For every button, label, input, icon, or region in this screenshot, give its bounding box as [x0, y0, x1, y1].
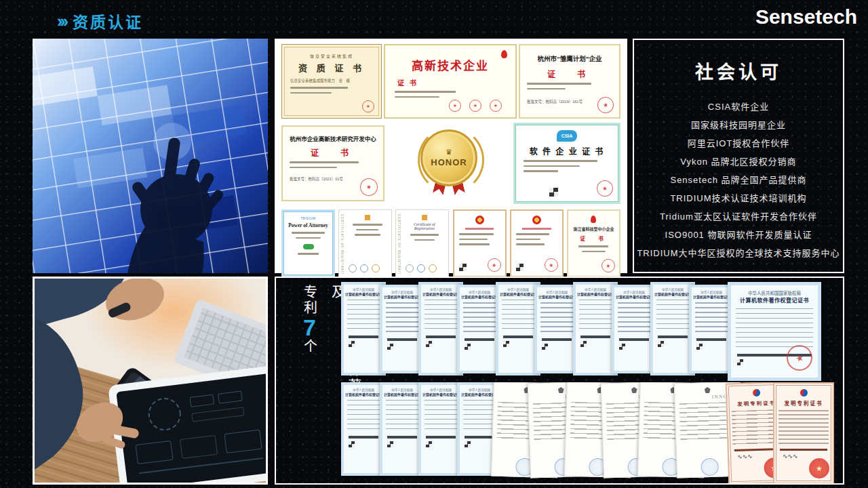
blurred-text-bar: [459, 233, 494, 235]
cert-title: 计算机软件著作权登记证书: [422, 392, 459, 396]
red-seal-icon: ★: [488, 258, 501, 272]
copyright-certificates-strip: 中华人民共和国计算机软件著作权登记证书中华人民共和国计算机软件著作权登记证书中华…: [341, 282, 840, 382]
desk-illustration: [35, 279, 266, 483]
blurred-text-bar: [356, 229, 378, 231]
red-seal-icon: ★: [362, 100, 374, 113]
cert-body-lines: [386, 302, 418, 335]
cert-barcode: [658, 336, 688, 338]
cert-body-lines: [736, 308, 813, 350]
blurred-text-bar: [298, 253, 319, 255]
cert-rule: [780, 449, 827, 451]
blurred-text-bar: [527, 83, 591, 85]
rnd-center-certificate: 杭州市企业高新技术研究开发中心 证 书 批准文号：杭科高〔2021〕01号 ★: [281, 125, 384, 201]
cert-body-lines: [579, 300, 612, 332]
cert-body-lines: [347, 400, 380, 432]
blurred-text-bar: [296, 237, 321, 239]
page-header: ››› 资质认证: [57, 9, 143, 33]
cert-title: 计算机软件著作权登记证书: [654, 291, 691, 296]
tridium-label: TRIDIUM: [288, 217, 329, 220]
cnipa-logo-icon: [800, 389, 808, 396]
cert-title: 高新技术企业: [395, 56, 506, 73]
cert-title: 计算机软件著作权登记证书: [616, 294, 652, 299]
cert-body-lines: [695, 302, 728, 335]
social-item: 国家级科技园明星企业: [634, 116, 843, 134]
qr-code-icon: [349, 441, 355, 447]
qr-code-icon: [465, 441, 471, 447]
social-list: CSIA软件企业国家级科技园明星企业阿里云IOT授权合作伙伴Vykon 品牌北区…: [634, 98, 843, 262]
cert-barcode: [387, 436, 417, 439]
national-emblem-icon: [475, 216, 484, 224]
registrar-logo-icon: [365, 215, 370, 220]
cert-barcode: [426, 436, 456, 439]
blurred-text-bar: [290, 87, 348, 89]
chevrons-icon: ›››: [57, 13, 66, 30]
invention-patent-certificate: 发明专利证书∿∿∿★: [773, 382, 834, 483]
cert-title: 杭州市“雏鹰计划”企业: [527, 54, 612, 63]
blurred-text-bar: [527, 88, 566, 90]
caption-text: 个: [302, 339, 317, 354]
social-item: 阿里云IOT授权合作伙伴: [634, 134, 843, 152]
coat-of-arms-icon: [631, 387, 637, 393]
blurred-text-bar: [355, 234, 380, 236]
cert-title: 计算机软件著作权登记证书: [384, 294, 420, 299]
blurred-text-bar: [459, 243, 490, 245]
blurred-text-bar: [410, 234, 438, 236]
social-item: TRIDIUM大中华区授权的全球技术支持服务中心: [634, 244, 843, 262]
cert-title: 计算机软件著作权登记证书: [345, 392, 382, 396]
patent-certificates-strip: 中华人民共和国计算机软件著作权登记证书中华人民共和国计算机软件著作权登记证书中华…: [341, 382, 840, 483]
cert-barcode: [542, 338, 572, 341]
cert-title: 计算机软件著作权登记证书: [538, 294, 575, 299]
medal-label: HONOR: [431, 157, 467, 167]
blurred-text-bar: [524, 165, 580, 167]
cert-title: Power of Attorney: [288, 222, 329, 228]
certificates-panel: 信息安全系统集成 资 质 证 书 信息安全系统集成服务能力 壹 级 ★ 高新技术…: [275, 39, 627, 273]
power-of-attorney-certificate: TRIDIUM Power of Attorney: [281, 209, 335, 277]
social-item: ISO9001 物联网软件开发质量认证: [634, 226, 843, 244]
cert-body-lines: [463, 302, 496, 335]
blurred-text-bar: [292, 232, 325, 234]
red-seals: ★★★: [449, 100, 502, 112]
blurred-text-bar: [353, 224, 382, 226]
zhejiang-sme-certificate: 浙江省科技型中小企业 证 书 ★: [567, 209, 620, 277]
social-recognition-panel: 社会认可 CSIA软件企业国家级科技园明星企业阿里云IOT授权合作伙伴Vykon…: [633, 39, 844, 273]
cert-barcode: [465, 436, 494, 439]
cert-barcode: [349, 336, 378, 338]
red-seal-icon: ★: [449, 100, 461, 112]
blurred-text-bar: [395, 96, 439, 98]
cert-subtitle: 证 书: [527, 68, 612, 79]
blurred-text-bar: [516, 243, 545, 245]
blurred-text-bar: [459, 239, 488, 241]
software-enterprise-certificate: CSIA 软 件 企 业 证 书 ★: [513, 123, 620, 204]
cert-body-lines: [463, 400, 496, 432]
qr-code-icon: [737, 359, 743, 365]
caption-text: 专利: [302, 285, 317, 316]
qr-code-icon: [349, 341, 355, 347]
cert-title: 发明专利证书: [778, 399, 829, 407]
cert-body-lines: [778, 410, 829, 444]
brand-logo: Sensetech: [755, 5, 857, 28]
green-stamp-icon: [303, 244, 314, 249]
social-item: Tridium亚太区认证软件开发合作伙伴: [634, 207, 843, 226]
registration-certificate-cn: CERTIFICATE OF REGISTRATION: [338, 209, 392, 277]
cert-body-lines: [347, 300, 380, 332]
qr-code-icon: [516, 264, 524, 271]
qr-code-icon: [426, 441, 432, 447]
social-item: TRIDIUM技术认证技术培训机构: [634, 189, 843, 207]
seal-icon: [372, 264, 380, 272]
patents-caption-side: 专利7个: [296, 285, 321, 481]
cert-side-text: CERTIFICATE OF REGISTRATION: [397, 214, 401, 274]
cert-subtitle: 证 书: [572, 235, 615, 242]
property-certificate: ★: [510, 209, 564, 277]
qr-code-icon: [696, 344, 703, 350]
cert-title: 软 件 企 业 证 书: [524, 145, 610, 157]
cert-subtitle: 证 书: [290, 146, 376, 158]
cert-body-lines: [386, 400, 418, 432]
qr-code-icon: [465, 344, 471, 350]
slide: ››› 资质认证 Sensetech: [0, 0, 868, 488]
cert-authority: 中华人民共和国国家版权局: [734, 289, 815, 296]
registration-certificate-en: CERTIFICATE OF REGISTRATION Certificate …: [395, 209, 449, 277]
cert-title: 计算机软件著作权登记证书: [577, 291, 614, 296]
business-license-certificate: ★: [453, 209, 507, 277]
social-item: CSIA软件企业: [634, 98, 843, 116]
flame-icon: [591, 216, 596, 223]
